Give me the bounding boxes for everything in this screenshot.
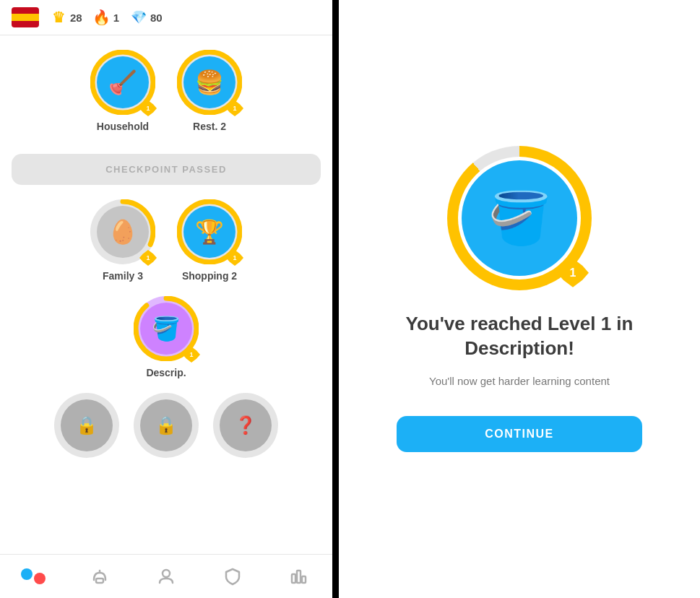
crown-icon: ♛: [51, 9, 66, 25]
fire-count: 1: [113, 12, 119, 24]
locked-icon-2: 🔒: [140, 399, 192, 451]
locked-skills-row: 🔒 🔒 ❓: [12, 393, 321, 458]
right-panel: 🪣 1 You've reached Level 1 inDescription…: [339, 0, 700, 598]
svg-rect-5: [96, 578, 103, 583]
skill-rest2[interactable]: 🍔 1 Rest. 2: [177, 50, 242, 132]
household-label: Household: [97, 121, 149, 132]
top-bar: ♛ 28 🔥 1 💎 80: [0, 0, 332, 35]
nav-profile[interactable]: [150, 563, 182, 589]
locked-skill-1: 🔒: [54, 393, 119, 458]
gem-icon: 💎: [131, 9, 147, 25]
gem-stat: 💎 80: [131, 9, 163, 25]
nav-shield[interactable]: [217, 563, 249, 589]
language-flag[interactable]: [12, 7, 39, 27]
skill-family3[interactable]: 🥚 1 Family 3: [90, 199, 155, 282]
level-circle: 🪣 1: [447, 146, 592, 290]
shield-icon: [222, 566, 243, 586]
course-map: 🪠 1 Household 🍔 1: [0, 35, 332, 554]
skill-household[interactable]: 🪠 1 Household: [90, 50, 155, 132]
nav-leagues[interactable]: [283, 563, 315, 589]
locked-icon-1: 🔒: [61, 399, 113, 451]
continue-button[interactable]: CONTINUE: [397, 416, 642, 452]
level-title: You've reached Level 1 inDescription!: [406, 312, 634, 361]
crown-count: 28: [70, 12, 82, 24]
profile-icon: [156, 566, 176, 586]
skill-shopping2[interactable]: 🏆 1 Shopping 2: [177, 199, 242, 282]
shopping2-label: Shopping 2: [182, 270, 237, 282]
svg-rect-8: [292, 574, 295, 583]
left-panel: ♛ 28 🔥 1 💎 80 🪠 1: [0, 0, 332, 598]
checkpoint-button[interactable]: CHECKPOINT PASSED: [12, 154, 321, 185]
bottom-nav: [0, 554, 332, 598]
skills-row-3: 🪣 1 Descrip.: [12, 296, 321, 378]
home-icon: [23, 566, 43, 586]
locked-skill-3: ❓: [213, 393, 278, 458]
family3-label: Family 3: [103, 270, 143, 282]
skills-row-1: 🪠 1 Household 🍔 1: [12, 50, 321, 132]
locked-skill-2: 🔒: [134, 393, 199, 458]
crown-stat: ♛ 28: [51, 9, 82, 25]
nav-home[interactable]: [17, 563, 49, 589]
practice-icon: [90, 566, 110, 586]
locked-icon-3: ❓: [220, 399, 272, 451]
level-subtitle: You'll now get harder learning content: [429, 375, 610, 387]
fire-icon: 🔥: [94, 9, 110, 25]
svg-point-7: [163, 570, 170, 577]
leagues-icon: [289, 566, 309, 586]
rest2-label: Rest. 2: [193, 121, 226, 132]
fire-stat: 🔥 1: [94, 9, 119, 25]
skills-row-2: 🥚 1 Family 3 🏆 1: [12, 199, 321, 282]
level-inner-circle: 🪣: [462, 160, 577, 276]
svg-rect-9: [297, 571, 301, 583]
svg-rect-10: [302, 576, 306, 583]
gem-count: 80: [150, 12, 163, 24]
descrip-label: Descrip.: [146, 367, 186, 378]
panel-divider: [332, 0, 339, 598]
nav-practice[interactable]: [84, 563, 116, 589]
skill-descrip[interactable]: 🪣 1 Descrip.: [134, 296, 199, 378]
